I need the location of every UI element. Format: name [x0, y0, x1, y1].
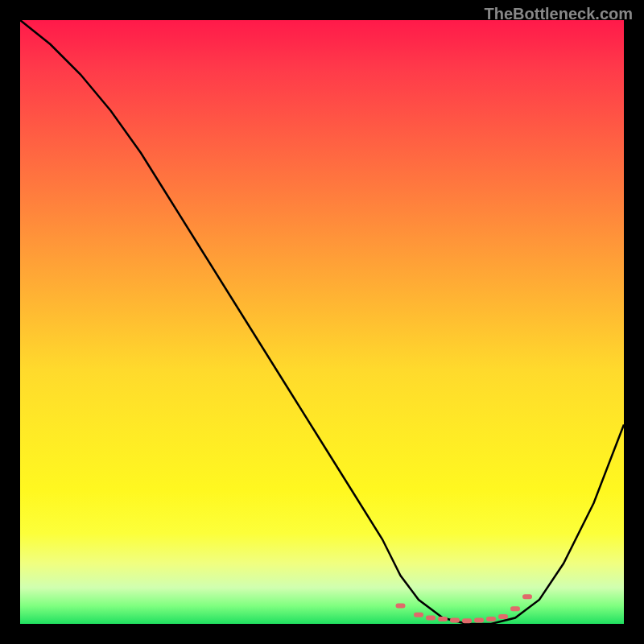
watermark-text: TheBottleneck.com [485, 5, 633, 23]
optimal-range-dot [396, 604, 406, 609]
optimal-range-dot [450, 618, 460, 623]
bottleneck-curve-line [20, 20, 624, 624]
optimal-range-dot [438, 617, 448, 621]
optimal-range-dot [510, 606, 520, 611]
optimal-range-dot [414, 613, 423, 617]
optimal-range-dot [486, 617, 496, 621]
optimal-range-dot [426, 616, 436, 621]
optimal-range-dot [474, 618, 484, 623]
optimal-range-dot [462, 618, 472, 623]
optimal-range-dot [522, 594, 532, 599]
chart-gradient-background [20, 20, 624, 624]
chart-svg [20, 20, 624, 624]
optimal-range-dot [498, 614, 508, 619]
